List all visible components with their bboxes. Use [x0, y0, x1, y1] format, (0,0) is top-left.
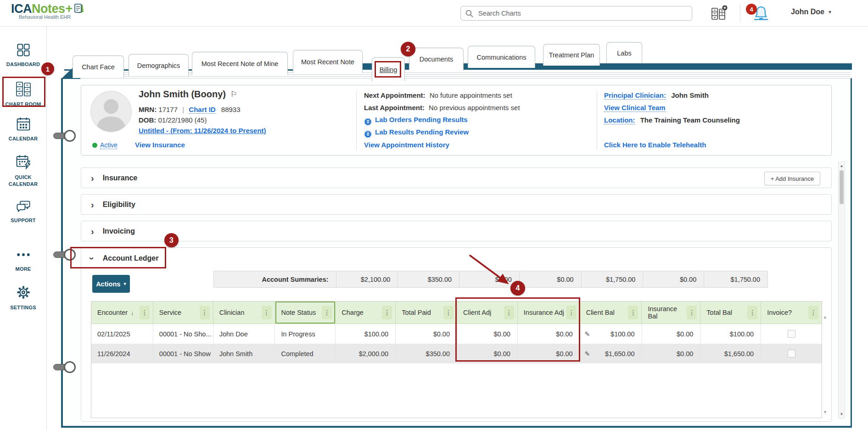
lab-results-pending-link[interactable]: Lab Results Pending Review [375, 128, 469, 136]
lab-orders-pending-link[interactable]: Lab Orders Pending Results [375, 116, 468, 123]
column-header-total-paid[interactable]: Total Paid [396, 302, 457, 324]
column-menu-icon[interactable] [200, 306, 210, 319]
sidebar-item-chart-room[interactable]: CHART ROOM [0, 81, 46, 108]
tab-demographics[interactable]: Demographics [129, 54, 189, 76]
tab-labs[interactable]: Labs [606, 42, 642, 63]
account-ledger-header[interactable]: Account Ledger [81, 248, 158, 269]
column-header-total-bal[interactable]: Total Bal [700, 302, 761, 324]
annotation-marker-4: 4 [510, 281, 525, 296]
scroll-up-icon[interactable]: ▲ [839, 163, 845, 169]
tab-label: Demographics [137, 62, 180, 69]
column-header-charge[interactable]: Charge [336, 302, 396, 324]
scroll-down-icon[interactable]: ▼ [839, 411, 845, 417]
episode-link[interactable]: Untitled - (From: 11/26/2024 to Present) [139, 127, 266, 134]
actions-button[interactable]: Actions [92, 275, 130, 293]
annotation-marker-2: 2 [401, 42, 415, 56]
tab-treatment-plan[interactable]: Treatment Plan [543, 44, 600, 66]
column-menu-icon[interactable] [747, 306, 757, 319]
column-header-clinician[interactable]: Clinician [213, 302, 275, 324]
column-header-encounter[interactable]: Encounter↓ [91, 302, 153, 324]
column-menu-icon[interactable] [687, 306, 697, 319]
column-header-insurance-adj[interactable]: Insurance Adj [518, 302, 580, 324]
tab-chart-face[interactable]: Chart Face [73, 56, 124, 78]
sort-desc-icon: ↓ [131, 309, 134, 316]
column-label: Insurance Bal [648, 305, 687, 320]
edit-pencil-icon[interactable] [585, 330, 590, 338]
sidebar-item-support[interactable]: SUPPORT [0, 200, 46, 224]
tab-most-recent-note-of-mine[interactable]: Most Recent Note of Mine [192, 52, 288, 75]
notification-count-badge: 4 [746, 4, 757, 15]
column-header-client-adj[interactable]: Client Adj [457, 302, 518, 324]
top-header: ICANotes+ Behavioral Health EHR [0, 0, 868, 27]
column-menu-icon[interactable] [443, 306, 454, 319]
cell-total-bal: $1,650.00 [700, 344, 761, 363]
section-eligibility[interactable]: Eligibility [81, 194, 832, 215]
chart-room-shortcut-button[interactable] [711, 5, 728, 23]
column-menu-icon[interactable] [322, 306, 332, 319]
cell-client-bal: $1,650.00 [580, 344, 642, 363]
column-menu-icon[interactable] [382, 306, 392, 319]
view-insurance-link-wrap: View Insurance [135, 141, 185, 149]
patient-name: John Smith (Boony) [139, 89, 237, 100]
user-menu[interactable]: John Doe [791, 8, 831, 16]
enable-telehealth-link[interactable]: Click Here to Enable Telehealth [604, 141, 706, 149]
ledger-row[interactable]: 11/26/2024 00001 - No Show John Smith Co… [91, 344, 822, 363]
table-scroll-down-icon[interactable]: ▼ [823, 410, 827, 414]
sidebar-item-calendar[interactable]: CALENDAR [0, 116, 46, 142]
column-label: Encounter [97, 309, 128, 316]
icanotes-logo[interactable]: ICANotes+ Behavioral Health EHR [11, 2, 84, 20]
principal-clinician-link[interactable]: Principal Clinician: [604, 91, 666, 100]
content-scrollbar[interactable]: ▲ ▼ [838, 162, 845, 419]
lab-orders-count-icon: 0 [364, 118, 372, 126]
tab-billing[interactable]: Billing [372, 57, 405, 81]
column-menu-icon[interactable] [140, 306, 150, 319]
column-header-service[interactable]: Service [153, 302, 213, 324]
invoice-checkbox[interactable] [788, 330, 795, 338]
column-header-invoice[interactable]: Invoice? [761, 302, 822, 324]
column-menu-icon[interactable] [628, 306, 638, 319]
tab-communications[interactable]: Communications [468, 46, 535, 68]
sidebar-item-dashboard[interactable]: DASHBOARD [0, 43, 46, 68]
edit-pencil-icon[interactable] [585, 350, 590, 357]
location-link[interactable]: Location: [604, 116, 635, 124]
sidebar-item-quick-calendar[interactable]: QUICK CALENDAR [0, 154, 46, 188]
tab-documents[interactable]: Documents [409, 48, 464, 70]
status-badge[interactable]: Active [100, 141, 118, 149]
column-label: Client Adj [463, 309, 491, 316]
sidebar-item-label: CHART ROOM [0, 101, 46, 108]
view-insurance-link[interactable]: View Insurance [135, 141, 185, 149]
column-menu-icon[interactable] [262, 306, 272, 319]
section-insurance[interactable]: Insurance + Add Insurance [81, 168, 832, 188]
flag-icon[interactable] [230, 89, 237, 99]
caret-down-icon [123, 281, 126, 287]
lab-results-count-icon: 0 [364, 130, 372, 138]
chart-id-link[interactable]: Chart ID [189, 106, 215, 114]
sidebar-item-settings[interactable]: SETTINGS [0, 284, 46, 311]
column-header-client-bal[interactable]: Client Bal [580, 302, 642, 324]
search-input[interactable] [477, 9, 687, 17]
chart-search[interactable] [460, 6, 692, 21]
column-menu-icon[interactable] [504, 306, 514, 319]
column-header-note-status[interactable]: Note Status [275, 302, 336, 324]
column-menu-icon[interactable] [808, 306, 818, 319]
view-appointment-history-link[interactable]: View Appointment History [364, 141, 449, 149]
section-invoicing[interactable]: Invoicing [81, 221, 832, 241]
more-dots-icon [16, 252, 31, 257]
table-scroll-up-icon[interactable]: ▲ [823, 315, 827, 319]
ledger-table: Encounter↓ Service Clinician Note Status… [91, 301, 822, 418]
column-menu-icon[interactable] [566, 306, 577, 319]
ledger-row[interactable]: 02/11/2025 00001 - No Sho... John Doe In… [91, 324, 822, 344]
view-clinical-team-link[interactable]: View Clinical Team [604, 104, 666, 112]
header-divider [740, 4, 740, 23]
card-divider [597, 91, 597, 151]
add-insurance-button[interactable]: + Add Insurance [764, 172, 820, 185]
section-title: Eligibility [103, 201, 135, 209]
scroll-thumb[interactable] [840, 170, 844, 204]
support-chat-icon [16, 200, 31, 213]
tab-most-recent-note[interactable]: Most Recent Note [293, 50, 363, 73]
invoice-checkbox[interactable] [788, 350, 795, 357]
sidebar-item-more[interactable]: MORE [0, 251, 46, 273]
lab-results-link-wrap: 0Lab Results Pending Review [364, 128, 469, 138]
cell-note-status: In Progress [275, 324, 336, 344]
column-header-insurance-bal[interactable]: Insurance Bal [642, 302, 700, 324]
